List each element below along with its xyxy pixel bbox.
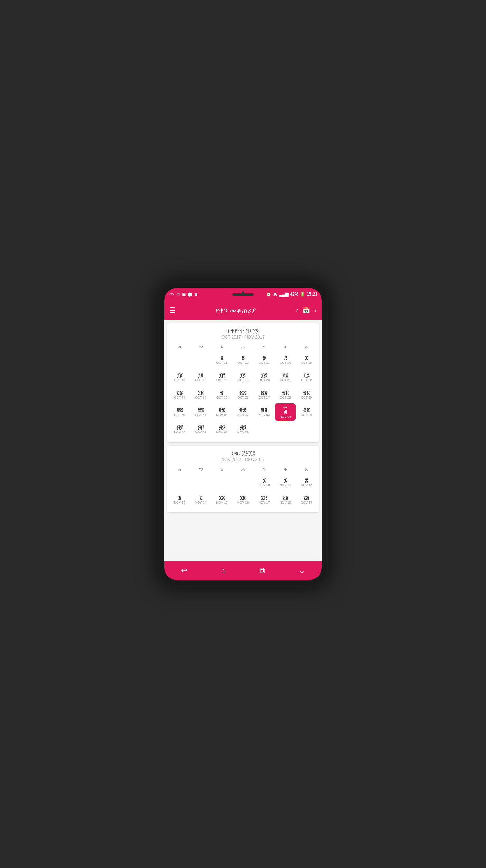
day-cell[interactable]: ፳OCT 25 (211, 386, 232, 403)
day-cell[interactable]: ፲፬OCT 19 (233, 369, 254, 386)
day-cell-empty (190, 474, 211, 491)
day-cell[interactable]: ፴፩NOV 05 (296, 403, 317, 421)
day-cell[interactable]: ፲፪NOV 16 (233, 491, 254, 508)
day-cell[interactable]: ፱NOV 13 (169, 491, 190, 508)
menu-button[interactable]: ☰ (169, 306, 176, 314)
day-header-1: ማ (190, 343, 211, 351)
day-cell-empty (254, 421, 275, 438)
app-bar: ☰ የቀን መቆጠሪያ ‹ 📅 › (164, 301, 322, 320)
day-header-4: ዓ (254, 466, 275, 473)
day-cell-oct21[interactable]: ፲፮OCT 21 (275, 369, 296, 386)
android-icon: ☻ (194, 292, 198, 296)
day-header-5: ቅ (275, 466, 296, 473)
record-icon: ⬤ (188, 292, 192, 297)
day-cell[interactable]: ፱OCT 14 (275, 351, 296, 368)
sd-icon: ▣ (182, 292, 186, 297)
calendar-grid-2: ሰ ማ ሩ ሐ ዓ ቅ እ ፮NOV 10 ፯NOV 11 ፰NOV 12 (169, 466, 317, 508)
day-cell-empty (233, 474, 254, 491)
day-cell[interactable]: ፲፭NOV 19 (296, 491, 317, 508)
day-cell-empty (190, 351, 211, 368)
day-cell[interactable]: ፲፩OCT 16 (169, 369, 190, 386)
nav-bar: ↩ ⌂ ⧉ ⌄ (164, 561, 322, 580)
day-cell[interactable]: ፯NOV 11 (275, 474, 296, 491)
day-cell[interactable]: ፮OCT 11 (211, 351, 232, 368)
alarm-icon: ⏰ (266, 292, 271, 297)
day-header-2: ሩ (211, 343, 232, 351)
day-cell-empty (275, 421, 296, 438)
day-header-2: ሩ (211, 466, 232, 473)
battery-percent: 42% (290, 292, 298, 297)
day-cell[interactable]: ፲OCT 15 (296, 351, 317, 368)
day-cell[interactable]: ፳፯NOV 01 (211, 403, 232, 421)
month-subtitle-1: OCT 2017 - NOV 2017 (169, 335, 317, 340)
day-cell[interactable]: ፰NOV 12 (296, 474, 317, 491)
day-cell[interactable]: ፮NOV 10 (254, 474, 275, 491)
day-cell[interactable]: ፴፫NOV 07 (190, 421, 211, 438)
calendar-card-1: ጥቅምት ፪፻፲፯ OCT 2017 - NOV 2017 ሰ ማ ሩ ሐ ዓ … (167, 323, 319, 442)
day-cell[interactable]: ፯OCT 12 (233, 351, 254, 368)
prev-button[interactable]: ‹ (296, 306, 298, 314)
month-subtitle-2: NOV 2017 - DEC 2017 (169, 457, 317, 462)
day-header-4: ዓ (254, 343, 275, 351)
day-cell-oct23[interactable]: ፲፰OCT 23 (169, 386, 190, 403)
clock: 15:23 (306, 292, 317, 297)
status-icons-left: </> ⚙ ▣ ⬤ ☻ (169, 292, 198, 297)
day-cell-empty (169, 351, 190, 368)
day-cell[interactable]: ፰OCT 13 (254, 351, 275, 368)
day-cell[interactable]: ፲፯OCT 22 (296, 369, 317, 386)
calendar-card-2: ኅዳር ፪፻፲፯ NOV 2017 - DEC 2017 ሰ ማ ሩ ሐ ዓ ቅ… (167, 446, 319, 512)
back-nav-button[interactable]: ↩ (181, 566, 187, 575)
screen-content: ጥቅምት ፪፻፲፯ OCT 2017 - NOV 2017 ሰ ማ ሩ ሐ ዓ … (164, 320, 322, 561)
down-nav-button[interactable]: ⌄ (299, 566, 305, 575)
day-cell[interactable]: ፴፪NOV 06 (169, 421, 190, 438)
day-cell-empty (211, 474, 232, 491)
day-cell[interactable]: ፲፫OCT 18 (211, 369, 232, 386)
day-cell[interactable]: ፴፬NOV 08 (211, 421, 232, 438)
day-header-3: ሐ (233, 466, 254, 473)
day-cell[interactable]: ፳፪OCT 27 (254, 386, 275, 403)
day-cell[interactable]: ፴፭NOV 09 (233, 421, 254, 438)
signal-bars: ▂▄▆ (279, 292, 289, 297)
today-cell[interactable]: ዛሬ ፴ NOV 04 (275, 403, 296, 421)
day-header-5: ቅ (275, 343, 296, 351)
app-title: የቀን መቆጠሪያ (180, 306, 292, 314)
code-icon: </> (169, 292, 174, 296)
phone-frame: </> ⚙ ▣ ⬤ ☻ ⏰ 3G ▂▄▆ 42% 🔋 15:23 ☰ የቀን መ… (158, 281, 328, 587)
day-header-0: ሰ (169, 466, 190, 473)
day-header-1: ማ (190, 466, 211, 473)
day-cell[interactable]: ፳፰NOV 02 (233, 403, 254, 421)
day-cell-empty (296, 421, 317, 438)
day-cell[interactable]: ፳፫OCT 28 (275, 386, 296, 403)
day-cell[interactable]: ፳፩OCT 26 (233, 386, 254, 403)
home-nav-button[interactable]: ⌂ (221, 566, 226, 575)
day-header-6: እ (296, 343, 317, 351)
day-cell[interactable]: ፳፱NOV 03 (254, 403, 275, 421)
battery-icon: 🔋 (300, 292, 305, 297)
calendar-button[interactable]: 📅 (302, 306, 310, 314)
phone-screen: </> ⚙ ▣ ⬤ ☻ ⏰ 3G ▂▄▆ 42% 🔋 15:23 ☰ የቀን መ… (164, 288, 322, 580)
day-header-6: እ (296, 466, 317, 473)
calendar-grid-1: ሰ ማ ሩ ሐ ዓ ቅ እ ፮OCT 11 ፯OCT 12 ፰OCT 13 ፱O… (169, 343, 317, 438)
day-cell[interactable]: ፲፬NOV 18 (275, 491, 296, 508)
usb-icon: ⚙ (176, 292, 180, 297)
day-header-0: ሰ (169, 343, 190, 351)
status-right: ⏰ 3G ▂▄▆ 42% 🔋 15:23 (266, 292, 317, 297)
day-cell[interactable]: ፳፬OCT 29 (296, 386, 317, 403)
month-title-1: ጥቅምት ፪፻፲፯ (169, 328, 317, 334)
day-cell[interactable]: ፲፭OCT 20 (254, 369, 275, 386)
camera-notch (242, 291, 244, 294)
day-cell[interactable]: ፲፱OCT 24 (190, 386, 211, 403)
day-cell-empty (169, 474, 190, 491)
day-cell[interactable]: ፲NOV 14 (190, 491, 211, 508)
month-title-2: ኅዳር ፪፻፲፯ (169, 450, 317, 456)
next-button[interactable]: › (314, 306, 317, 314)
day-cell[interactable]: ፳፮OCT 31 (190, 403, 211, 421)
day-cell[interactable]: ፲፫NOV 17 (254, 491, 275, 508)
day-cell[interactable]: ፲፩NOV 15 (211, 491, 232, 508)
day-header-3: ሐ (233, 343, 254, 351)
day-cell[interactable]: ፲፪OCT 17 (190, 369, 211, 386)
network-icon: 3G (273, 292, 277, 296)
day-cell[interactable]: ፳፭OCT 30 (169, 403, 190, 421)
recents-nav-button[interactable]: ⧉ (259, 566, 265, 575)
